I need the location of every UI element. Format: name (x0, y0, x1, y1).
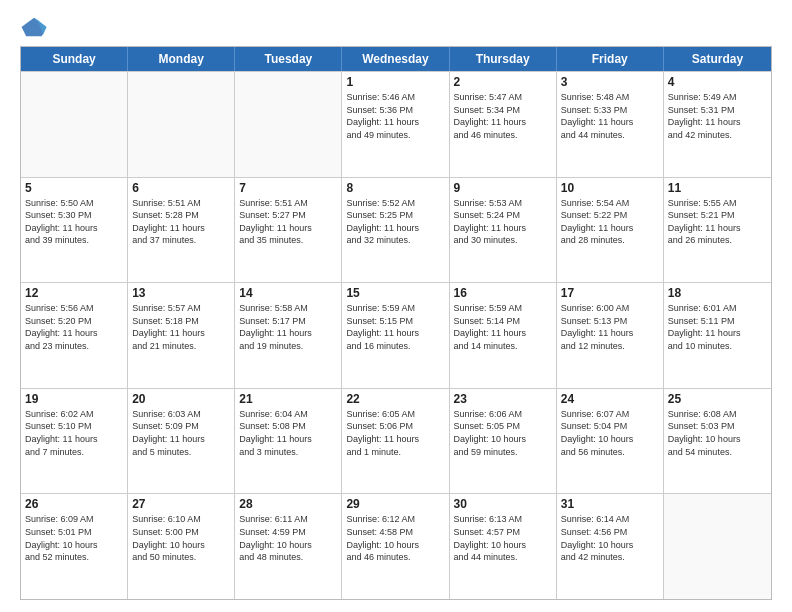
weekday-header: Tuesday (235, 47, 342, 71)
calendar-cell: 29Sunrise: 6:12 AMSunset: 4:58 PMDayligh… (342, 494, 449, 599)
day-number: 18 (668, 286, 767, 300)
calendar-cell: 30Sunrise: 6:13 AMSunset: 4:57 PMDayligh… (450, 494, 557, 599)
cell-info: Sunrise: 6:14 AMSunset: 4:56 PMDaylight:… (561, 513, 659, 563)
calendar-header: SundayMondayTuesdayWednesdayThursdayFrid… (21, 47, 771, 71)
day-number: 25 (668, 392, 767, 406)
cell-info: Sunrise: 5:46 AMSunset: 5:36 PMDaylight:… (346, 91, 444, 141)
day-number: 6 (132, 181, 230, 195)
cell-info: Sunrise: 5:57 AMSunset: 5:18 PMDaylight:… (132, 302, 230, 352)
weekday-header: Saturday (664, 47, 771, 71)
day-number: 30 (454, 497, 552, 511)
calendar-cell: 22Sunrise: 6:05 AMSunset: 5:06 PMDayligh… (342, 389, 449, 494)
calendar-cell: 25Sunrise: 6:08 AMSunset: 5:03 PMDayligh… (664, 389, 771, 494)
day-number: 21 (239, 392, 337, 406)
day-number: 29 (346, 497, 444, 511)
day-number: 14 (239, 286, 337, 300)
cell-info: Sunrise: 6:07 AMSunset: 5:04 PMDaylight:… (561, 408, 659, 458)
cell-info: Sunrise: 5:55 AMSunset: 5:21 PMDaylight:… (668, 197, 767, 247)
day-number: 15 (346, 286, 444, 300)
logo (20, 16, 52, 38)
cell-info: Sunrise: 5:58 AMSunset: 5:17 PMDaylight:… (239, 302, 337, 352)
cell-info: Sunrise: 6:05 AMSunset: 5:06 PMDaylight:… (346, 408, 444, 458)
cell-info: Sunrise: 6:09 AMSunset: 5:01 PMDaylight:… (25, 513, 123, 563)
calendar-week-row: 26Sunrise: 6:09 AMSunset: 5:01 PMDayligh… (21, 493, 771, 599)
calendar-cell: 24Sunrise: 6:07 AMSunset: 5:04 PMDayligh… (557, 389, 664, 494)
day-number: 11 (668, 181, 767, 195)
cell-info: Sunrise: 6:03 AMSunset: 5:09 PMDaylight:… (132, 408, 230, 458)
cell-info: Sunrise: 5:59 AMSunset: 5:14 PMDaylight:… (454, 302, 552, 352)
cell-info: Sunrise: 6:00 AMSunset: 5:13 PMDaylight:… (561, 302, 659, 352)
calendar-cell: 28Sunrise: 6:11 AMSunset: 4:59 PMDayligh… (235, 494, 342, 599)
day-number: 23 (454, 392, 552, 406)
cell-info: Sunrise: 6:02 AMSunset: 5:10 PMDaylight:… (25, 408, 123, 458)
day-number: 17 (561, 286, 659, 300)
calendar-cell (21, 72, 128, 177)
calendar-cell: 13Sunrise: 5:57 AMSunset: 5:18 PMDayligh… (128, 283, 235, 388)
day-number: 31 (561, 497, 659, 511)
calendar-cell: 9Sunrise: 5:53 AMSunset: 5:24 PMDaylight… (450, 178, 557, 283)
cell-info: Sunrise: 5:51 AMSunset: 5:27 PMDaylight:… (239, 197, 337, 247)
calendar-cell: 10Sunrise: 5:54 AMSunset: 5:22 PMDayligh… (557, 178, 664, 283)
cell-info: Sunrise: 5:47 AMSunset: 5:34 PMDaylight:… (454, 91, 552, 141)
cell-info: Sunrise: 5:56 AMSunset: 5:20 PMDaylight:… (25, 302, 123, 352)
cell-info: Sunrise: 6:04 AMSunset: 5:08 PMDaylight:… (239, 408, 337, 458)
weekday-header: Thursday (450, 47, 557, 71)
calendar-cell: 23Sunrise: 6:06 AMSunset: 5:05 PMDayligh… (450, 389, 557, 494)
day-number: 27 (132, 497, 230, 511)
calendar-cell: 31Sunrise: 6:14 AMSunset: 4:56 PMDayligh… (557, 494, 664, 599)
day-number: 16 (454, 286, 552, 300)
day-number: 22 (346, 392, 444, 406)
cell-info: Sunrise: 6:10 AMSunset: 5:00 PMDaylight:… (132, 513, 230, 563)
calendar-cell: 14Sunrise: 5:58 AMSunset: 5:17 PMDayligh… (235, 283, 342, 388)
calendar-body: 1Sunrise: 5:46 AMSunset: 5:36 PMDaylight… (21, 71, 771, 599)
day-number: 9 (454, 181, 552, 195)
day-number: 3 (561, 75, 659, 89)
calendar-cell: 5Sunrise: 5:50 AMSunset: 5:30 PMDaylight… (21, 178, 128, 283)
calendar-cell: 18Sunrise: 6:01 AMSunset: 5:11 PMDayligh… (664, 283, 771, 388)
calendar-cell: 17Sunrise: 6:00 AMSunset: 5:13 PMDayligh… (557, 283, 664, 388)
day-number: 24 (561, 392, 659, 406)
day-number: 12 (25, 286, 123, 300)
day-number: 26 (25, 497, 123, 511)
cell-info: Sunrise: 6:12 AMSunset: 4:58 PMDaylight:… (346, 513, 444, 563)
day-number: 10 (561, 181, 659, 195)
calendar-cell: 7Sunrise: 5:51 AMSunset: 5:27 PMDaylight… (235, 178, 342, 283)
day-number: 4 (668, 75, 767, 89)
cell-info: Sunrise: 5:49 AMSunset: 5:31 PMDaylight:… (668, 91, 767, 141)
calendar-week-row: 12Sunrise: 5:56 AMSunset: 5:20 PMDayligh… (21, 282, 771, 388)
calendar-cell: 6Sunrise: 5:51 AMSunset: 5:28 PMDaylight… (128, 178, 235, 283)
calendar-week-row: 5Sunrise: 5:50 AMSunset: 5:30 PMDaylight… (21, 177, 771, 283)
day-number: 8 (346, 181, 444, 195)
cell-info: Sunrise: 5:52 AMSunset: 5:25 PMDaylight:… (346, 197, 444, 247)
day-number: 20 (132, 392, 230, 406)
day-number: 13 (132, 286, 230, 300)
page: SundayMondayTuesdayWednesdayThursdayFrid… (0, 0, 792, 612)
weekday-header: Monday (128, 47, 235, 71)
calendar-cell: 4Sunrise: 5:49 AMSunset: 5:31 PMDaylight… (664, 72, 771, 177)
calendar-cell: 26Sunrise: 6:09 AMSunset: 5:01 PMDayligh… (21, 494, 128, 599)
calendar-cell: 20Sunrise: 6:03 AMSunset: 5:09 PMDayligh… (128, 389, 235, 494)
calendar-cell: 15Sunrise: 5:59 AMSunset: 5:15 PMDayligh… (342, 283, 449, 388)
calendar-cell: 3Sunrise: 5:48 AMSunset: 5:33 PMDaylight… (557, 72, 664, 177)
cell-info: Sunrise: 6:06 AMSunset: 5:05 PMDaylight:… (454, 408, 552, 458)
calendar-cell: 2Sunrise: 5:47 AMSunset: 5:34 PMDaylight… (450, 72, 557, 177)
calendar-week-row: 1Sunrise: 5:46 AMSunset: 5:36 PMDaylight… (21, 71, 771, 177)
calendar-cell: 8Sunrise: 5:52 AMSunset: 5:25 PMDaylight… (342, 178, 449, 283)
calendar-cell: 19Sunrise: 6:02 AMSunset: 5:10 PMDayligh… (21, 389, 128, 494)
weekday-header: Friday (557, 47, 664, 71)
cell-info: Sunrise: 5:53 AMSunset: 5:24 PMDaylight:… (454, 197, 552, 247)
cell-info: Sunrise: 6:01 AMSunset: 5:11 PMDaylight:… (668, 302, 767, 352)
calendar: SundayMondayTuesdayWednesdayThursdayFrid… (20, 46, 772, 600)
day-number: 5 (25, 181, 123, 195)
calendar-cell: 1Sunrise: 5:46 AMSunset: 5:36 PMDaylight… (342, 72, 449, 177)
day-number: 2 (454, 75, 552, 89)
cell-info: Sunrise: 5:48 AMSunset: 5:33 PMDaylight:… (561, 91, 659, 141)
calendar-week-row: 19Sunrise: 6:02 AMSunset: 5:10 PMDayligh… (21, 388, 771, 494)
weekday-header: Sunday (21, 47, 128, 71)
calendar-cell (235, 72, 342, 177)
calendar-cell (128, 72, 235, 177)
day-number: 1 (346, 75, 444, 89)
cell-info: Sunrise: 6:13 AMSunset: 4:57 PMDaylight:… (454, 513, 552, 563)
day-number: 28 (239, 497, 337, 511)
calendar-cell: 11Sunrise: 5:55 AMSunset: 5:21 PMDayligh… (664, 178, 771, 283)
